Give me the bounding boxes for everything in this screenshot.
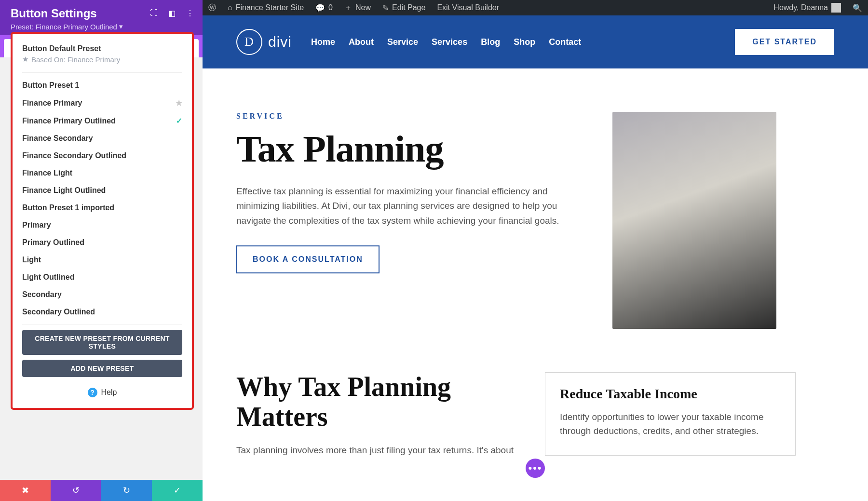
why-section: Why Tax Planning Matters Tax planning in… <box>203 348 868 456</box>
preset-item[interactable]: Finance Primary★ <box>13 94 192 112</box>
default-star-icon: ★ <box>176 98 182 108</box>
preset-item-label: Secondary <box>22 290 62 299</box>
preset-item-label: Finance Primary Outlined <box>22 117 116 125</box>
logo-mark: D <box>236 29 262 55</box>
site-logo[interactable]: D divi <box>236 29 292 55</box>
preset-dropdown: Button Default Preset ★ Based On: Financ… <box>11 32 194 410</box>
preset-item-label: Finance Primary <box>22 99 82 108</box>
comment-icon: 💬 <box>315 3 325 13</box>
site-header: D divi HomeAboutServiceServicesBlogShopC… <box>203 15 868 68</box>
panel-footer: ✖ ↺ ↻ ✓ <box>0 480 203 501</box>
primary-nav: HomeAboutServiceServicesBlogShopContact <box>311 37 581 47</box>
edit-page-link[interactable]: ✎Edit Page <box>377 0 431 15</box>
preset-item-label: Finance Light Outlined <box>22 186 106 195</box>
preset-item-label: Light Outlined <box>22 273 74 282</box>
search-toggle[interactable]: 🔍 <box>847 0 868 15</box>
nav-link[interactable]: Service <box>387 37 418 47</box>
cancel-button[interactable]: ✖ <box>0 480 51 501</box>
default-preset-title[interactable]: Button Default Preset <box>22 44 182 53</box>
hero-eyebrow: SERVICE <box>236 112 583 121</box>
divi-fab[interactable]: ••• <box>526 459 545 478</box>
preset-item-label: Secondary Outlined <box>22 308 95 316</box>
save-button[interactable]: ✓ <box>152 480 203 501</box>
preset-item[interactable]: Light <box>13 251 192 269</box>
preset-item[interactable]: Finance Primary Outlined✓ <box>13 112 192 130</box>
preset-selector[interactable]: Preset: Finance Primary Outlined▾ <box>11 22 123 31</box>
chevron-down-icon: ▾ <box>119 22 123 31</box>
section2-title: Why Tax Planning Matters <box>236 372 516 432</box>
nav-link[interactable]: Services <box>432 37 467 47</box>
home-icon: ⌂ <box>228 3 232 12</box>
avatar <box>831 3 841 13</box>
hero-image <box>612 112 776 329</box>
help-icon: ? <box>88 388 97 397</box>
exit-visual-builder[interactable]: Exit Visual Builder <box>431 0 505 15</box>
hero-title: Tax Planning <box>236 127 583 171</box>
hero-body: Effective tax planning is essential for … <box>236 184 583 228</box>
preset-item-label: Button Preset 1 imported <box>22 203 114 212</box>
wp-logo[interactable]: ⓦ <box>203 0 222 15</box>
star-icon: ★ <box>22 55 28 64</box>
preset-item[interactable]: Finance Secondary Outlined <box>13 147 192 164</box>
preset-item-label: Button Preset 1 <box>22 81 79 90</box>
preset-item-label: Light <box>22 256 41 264</box>
active-check-icon: ✓ <box>176 116 182 125</box>
responsive-icon[interactable]: ⛶ <box>150 9 158 18</box>
wordpress-icon: ⓦ <box>208 3 216 13</box>
preset-item[interactable]: Primary <box>13 217 192 234</box>
preset-item[interactable]: Light Outlined <box>13 269 192 286</box>
wp-admin-bar: ⓦ ⌂Finance Starter Site 💬0 ＋New ✎Edit Pa… <box>203 0 868 15</box>
preset-item[interactable]: Secondary <box>13 286 192 303</box>
preset-item[interactable]: Finance Light Outlined <box>13 182 192 199</box>
new-content-link[interactable]: ＋New <box>339 0 377 15</box>
search-icon: 🔍 <box>853 3 862 13</box>
preset-item-label: Finance Light <box>22 169 72 177</box>
page-canvas: D divi HomeAboutServiceServicesBlogShopC… <box>203 15 868 501</box>
create-preset-button[interactable]: CREATE NEW PRESET FROM CURRENT STYLES <box>22 330 182 355</box>
undo-button[interactable]: ↺ <box>51 480 101 501</box>
preset-item[interactable]: Finance Light <box>13 164 192 182</box>
more-icon[interactable]: ⋮ <box>186 9 194 18</box>
preset-item[interactable]: Button Preset 1 <box>13 77 192 94</box>
site-name-link[interactable]: ⌂Finance Starter Site <box>222 0 310 15</box>
preset-item-label: Primary Outlined <box>22 238 84 247</box>
comments-link[interactable]: 💬0 <box>310 0 339 15</box>
card-body: Identify opportunities to lower your tax… <box>560 410 781 438</box>
card-title: Reduce Taxable Income <box>560 386 781 402</box>
dock-icon[interactable]: ◧ <box>168 9 176 18</box>
preset-item[interactable]: Primary Outlined <box>13 234 192 251</box>
preset-item-label: Finance Secondary Outlined <box>22 151 126 160</box>
preset-item[interactable]: Button Preset 1 imported <box>13 199 192 217</box>
help-link[interactable]: ? Help <box>13 388 192 397</box>
plus-icon: ＋ <box>344 3 352 13</box>
nav-link[interactable]: Home <box>311 37 335 47</box>
pencil-icon: ✎ <box>382 3 389 13</box>
book-consultation-button[interactable]: BOOK A CONSULTATION <box>236 245 380 273</box>
nav-link[interactable]: Blog <box>481 37 500 47</box>
preset-item[interactable]: Secondary Outlined <box>13 303 192 321</box>
nav-link[interactable]: Contact <box>549 37 581 47</box>
preset-item[interactable]: Finance Secondary <box>13 130 192 147</box>
based-on-label: ★ Based On: Finance Primary <box>22 55 182 64</box>
hero-section: SERVICE Tax Planning Effective tax plann… <box>203 68 868 348</box>
add-preset-button[interactable]: ADD NEW PRESET <box>22 360 182 377</box>
nav-link[interactable]: Shop <box>514 37 535 47</box>
account-link[interactable]: Howdy, Deanna <box>768 0 847 15</box>
redo-button[interactable]: ↻ <box>101 480 152 501</box>
nav-link[interactable]: About <box>349 37 374 47</box>
benefit-card: Reduce Taxable Income Identify opportuni… <box>545 372 796 456</box>
panel-header: Button Settings Preset: Finance Primary … <box>0 0 203 35</box>
preset-item-label: Finance Secondary <box>22 134 93 143</box>
header-cta-button[interactable]: GET STARTED <box>735 29 834 55</box>
section2-body: Tax planning involves more than just fil… <box>236 445 516 456</box>
preset-item-label: Primary <box>22 221 51 230</box>
